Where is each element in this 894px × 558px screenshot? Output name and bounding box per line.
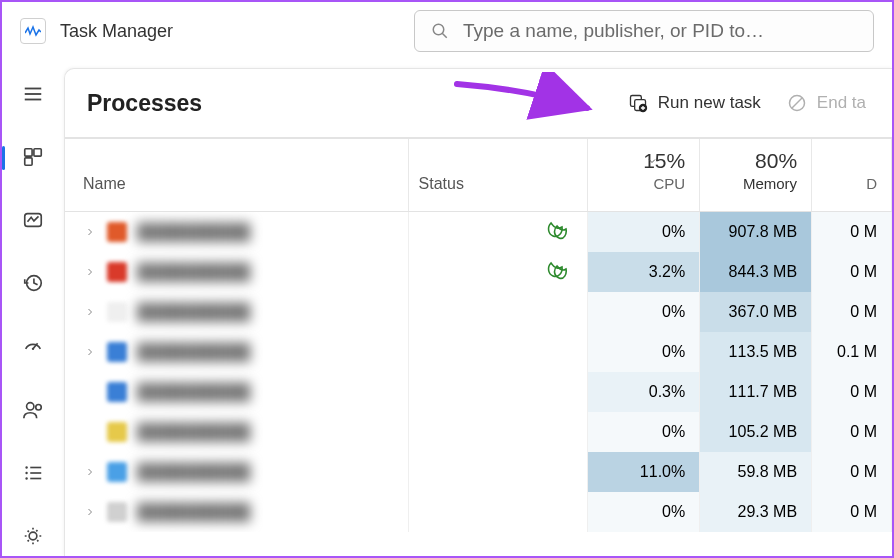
expand-icon[interactable] <box>83 505 97 519</box>
column-disk[interactable]: D <box>812 139 892 211</box>
expand-icon[interactable] <box>83 425 97 439</box>
process-label: ██████████ <box>137 423 408 441</box>
process-memory-cell: 113.5 MB <box>700 332 812 372</box>
process-status-cell <box>409 252 589 292</box>
process-cpu-cell: 11.0% <box>588 452 700 492</box>
nav-services[interactable] <box>12 517 54 556</box>
end-task-button[interactable]: End ta <box>783 87 870 119</box>
svg-point-14 <box>25 466 27 468</box>
end-task-icon <box>787 93 807 113</box>
svg-line-27 <box>792 98 802 108</box>
app-title: Task Manager <box>60 21 173 42</box>
svg-rect-5 <box>25 149 32 156</box>
process-disk-cell: 0 M <box>812 372 892 412</box>
process-label: ██████████ <box>137 343 408 361</box>
process-name-cell: ██████████ <box>65 332 409 372</box>
expand-icon[interactable] <box>83 305 97 319</box>
chevron-down-icon <box>646 155 658 167</box>
process-cpu-cell: 0% <box>588 492 700 532</box>
process-row[interactable]: ██████████0.3%111.7 MB0 M <box>65 372 892 412</box>
process-memory-cell: 29.3 MB <box>700 492 812 532</box>
nav-users[interactable] <box>12 390 54 429</box>
process-disk-cell: 0 M <box>812 292 892 332</box>
leaf-icon <box>545 260 569 284</box>
process-label: ██████████ <box>137 303 408 321</box>
process-name-cell: ██████████ <box>65 292 409 332</box>
process-row[interactable]: ██████████0%907.8 MB0 M <box>65 212 892 252</box>
process-row[interactable]: ██████████11.0%59.8 MB0 M <box>65 452 892 492</box>
nav-processes[interactable] <box>12 137 54 176</box>
nav-performance[interactable] <box>12 201 54 240</box>
process-label: ██████████ <box>137 223 408 241</box>
process-row[interactable]: ██████████3.2%844.3 MB0 M <box>65 252 892 292</box>
process-icon <box>107 382 127 402</box>
search-placeholder: Type a name, publisher, or PID to… <box>463 20 764 42</box>
svg-line-1 <box>442 33 447 38</box>
run-task-icon <box>628 93 648 113</box>
svg-point-16 <box>25 472 27 474</box>
process-icon <box>107 502 127 522</box>
process-cpu-cell: 0% <box>588 332 700 372</box>
leaf-icon <box>545 220 569 244</box>
process-row[interactable]: ██████████0%105.2 MB0 M <box>65 412 892 452</box>
expand-icon[interactable] <box>83 345 97 359</box>
process-memory-cell: 59.8 MB <box>700 452 812 492</box>
process-name-cell: ██████████ <box>65 212 409 252</box>
nav-startup[interactable] <box>12 327 54 366</box>
process-label: ██████████ <box>137 463 408 481</box>
process-disk-cell: 0.1 M <box>812 332 892 372</box>
svg-point-18 <box>25 477 27 479</box>
expand-icon[interactable] <box>83 225 97 239</box>
column-headers: Name Status 15% CPU 80% Memory D <box>65 139 892 212</box>
page-title: Processes <box>87 90 202 117</box>
sidebar <box>2 60 64 556</box>
process-status-cell <box>409 212 589 252</box>
app-icon <box>20 18 46 44</box>
process-icon <box>107 462 127 482</box>
process-memory-cell: 367.0 MB <box>700 292 812 332</box>
expand-icon[interactable] <box>83 465 97 479</box>
process-icon <box>107 222 127 242</box>
process-cpu-cell: 0% <box>588 292 700 332</box>
svg-point-13 <box>36 404 42 410</box>
process-disk-cell: 0 M <box>812 452 892 492</box>
process-status-cell <box>409 452 589 492</box>
process-memory-cell: 105.2 MB <box>700 412 812 452</box>
process-memory-cell: 111.7 MB <box>700 372 812 412</box>
nav-history[interactable] <box>12 264 54 303</box>
svg-rect-7 <box>25 158 32 165</box>
process-status-cell <box>409 492 589 532</box>
process-memory-cell: 844.3 MB <box>700 252 812 292</box>
process-status-cell <box>409 372 589 412</box>
process-name-cell: ██████████ <box>65 412 409 452</box>
main-panel: Processes Run new task End ta Name Statu… <box>64 68 892 556</box>
expand-icon[interactable] <box>83 385 97 399</box>
process-disk-cell: 0 M <box>812 212 892 252</box>
process-status-cell <box>409 332 589 372</box>
search-input[interactable]: Type a name, publisher, or PID to… <box>414 10 874 52</box>
svg-rect-6 <box>34 149 41 156</box>
process-cpu-cell: 3.2% <box>588 252 700 292</box>
process-cpu-cell: 0% <box>588 412 700 452</box>
process-label: ██████████ <box>137 383 408 401</box>
process-list: ██████████0%907.8 MB0 M██████████3.2%844… <box>65 212 892 532</box>
process-row[interactable]: ██████████0%29.3 MB0 M <box>65 492 892 532</box>
process-label: ██████████ <box>137 263 408 281</box>
svg-point-12 <box>27 403 34 410</box>
column-cpu[interactable]: 15% CPU <box>588 139 700 211</box>
column-name[interactable]: Name <box>65 139 409 211</box>
page-header: Processes Run new task End ta <box>65 69 892 139</box>
nav-details[interactable] <box>12 454 54 493</box>
run-new-task-button[interactable]: Run new task <box>624 87 765 119</box>
process-icon <box>107 342 127 362</box>
process-icon <box>107 262 127 282</box>
column-status[interactable]: Status <box>409 139 589 211</box>
process-row[interactable]: ██████████0%113.5 MB0.1 M <box>65 332 892 372</box>
expand-icon[interactable] <box>83 265 97 279</box>
title-bar: Task Manager Type a name, publisher, or … <box>2 2 892 60</box>
column-memory[interactable]: 80% Memory <box>700 139 812 211</box>
process-row[interactable]: ██████████0%367.0 MB0 M <box>65 292 892 332</box>
hamburger-menu[interactable] <box>12 74 54 113</box>
svg-point-20 <box>29 533 37 541</box>
process-name-cell: ██████████ <box>65 492 409 532</box>
